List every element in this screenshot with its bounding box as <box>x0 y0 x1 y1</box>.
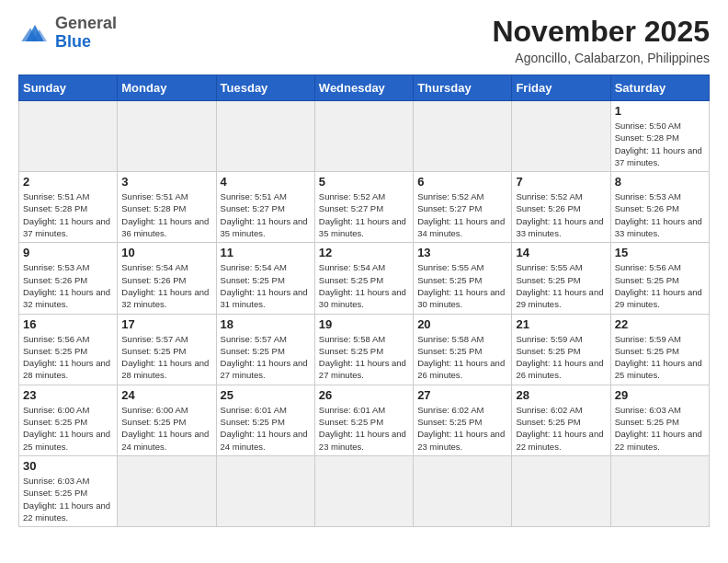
weekday-header: Thursday <box>414 75 512 101</box>
calendar-cell: 19Sunrise: 5:58 AM Sunset: 5:25 PM Dayli… <box>314 314 413 385</box>
cell-info: Sunrise: 5:57 AM Sunset: 5:25 PM Dayligh… <box>121 333 211 382</box>
cell-info: Sunrise: 5:56 AM Sunset: 5:25 PM Dayligh… <box>615 261 705 310</box>
day-number: 24 <box>121 388 211 402</box>
calendar-week-row: 30Sunrise: 6:03 AM Sunset: 5:25 PM Dayli… <box>19 455 710 526</box>
weekday-header: Wednesday <box>314 75 413 101</box>
calendar-cell: 8Sunrise: 5:53 AM Sunset: 5:26 PM Daylig… <box>610 172 709 243</box>
day-number: 12 <box>319 246 409 259</box>
cell-info: Sunrise: 5:51 AM Sunset: 5:27 PM Dayligh… <box>221 190 311 239</box>
weekday-header: Tuesday <box>216 75 314 101</box>
cell-info: Sunrise: 5:52 AM Sunset: 5:26 PM Dayligh… <box>516 190 606 239</box>
calendar-cell: 21Sunrise: 5:59 AM Sunset: 5:25 PM Dayli… <box>512 314 610 385</box>
calendar-cell <box>314 455 413 526</box>
cell-info: Sunrise: 5:58 AM Sunset: 5:25 PM Dayligh… <box>417 333 507 382</box>
day-number: 4 <box>221 175 311 189</box>
day-number: 3 <box>121 175 211 189</box>
calendar-cell: 13Sunrise: 5:55 AM Sunset: 5:25 PM Dayli… <box>414 243 512 314</box>
cell-info: Sunrise: 5:54 AM Sunset: 5:26 PM Dayligh… <box>121 261 211 310</box>
day-number: 1 <box>615 104 705 118</box>
day-number: 9 <box>23 246 113 259</box>
calendar-cell: 20Sunrise: 5:58 AM Sunset: 5:25 PM Dayli… <box>414 314 512 385</box>
day-number: 14 <box>516 246 606 259</box>
cell-info: Sunrise: 6:03 AM Sunset: 5:25 PM Dayligh… <box>615 404 705 453</box>
calendar-cell <box>314 101 413 172</box>
calendar-cell <box>610 455 709 526</box>
calendar-week-row: 2Sunrise: 5:51 AM Sunset: 5:28 PM Daylig… <box>19 172 710 243</box>
calendar-cell <box>512 101 610 172</box>
cell-info: Sunrise: 5:51 AM Sunset: 5:28 PM Dayligh… <box>121 190 211 239</box>
calendar-cell: 24Sunrise: 6:00 AM Sunset: 5:25 PM Dayli… <box>118 385 216 455</box>
calendar-cell: 12Sunrise: 5:54 AM Sunset: 5:25 PM Dayli… <box>314 243 413 314</box>
cell-info: Sunrise: 6:01 AM Sunset: 5:25 PM Dayligh… <box>319 404 409 453</box>
calendar-cell <box>414 455 512 526</box>
cell-info: Sunrise: 5:57 AM Sunset: 5:25 PM Dayligh… <box>221 333 311 382</box>
calendar-cell: 2Sunrise: 5:51 AM Sunset: 5:28 PM Daylig… <box>19 172 118 243</box>
month-title: November 2025 <box>492 15 710 49</box>
cell-info: Sunrise: 5:59 AM Sunset: 5:25 PM Dayligh… <box>615 333 705 382</box>
calendar-cell: 30Sunrise: 6:03 AM Sunset: 5:25 PM Dayli… <box>19 455 118 526</box>
day-number: 20 <box>417 317 507 331</box>
cell-info: Sunrise: 5:56 AM Sunset: 5:25 PM Dayligh… <box>23 333 113 382</box>
day-number: 10 <box>121 246 211 259</box>
calendar-cell: 1Sunrise: 5:50 AM Sunset: 5:28 PM Daylig… <box>610 101 709 172</box>
calendar-cell <box>216 101 314 172</box>
cell-info: Sunrise: 5:58 AM Sunset: 5:25 PM Dayligh… <box>319 333 409 382</box>
day-number: 25 <box>221 388 311 402</box>
calendar-cell: 27Sunrise: 6:02 AM Sunset: 5:25 PM Dayli… <box>414 385 512 455</box>
calendar-cell: 15Sunrise: 5:56 AM Sunset: 5:25 PM Dayli… <box>610 243 709 314</box>
calendar-cell: 6Sunrise: 5:52 AM Sunset: 5:27 PM Daylig… <box>414 172 512 243</box>
logo-icon <box>18 20 51 46</box>
calendar-cell <box>118 101 216 172</box>
cell-info: Sunrise: 6:00 AM Sunset: 5:25 PM Dayligh… <box>121 404 211 453</box>
calendar-cell: 28Sunrise: 6:02 AM Sunset: 5:25 PM Dayli… <box>512 385 610 455</box>
day-number: 18 <box>221 317 311 331</box>
header: General Blue November 2025 Agoncillo, Ca… <box>18 15 710 65</box>
day-number: 23 <box>23 388 113 402</box>
calendar-cell <box>512 455 610 526</box>
day-number: 27 <box>417 388 507 402</box>
calendar-cell: 14Sunrise: 5:55 AM Sunset: 5:25 PM Dayli… <box>512 243 610 314</box>
calendar-week-row: 9Sunrise: 5:53 AM Sunset: 5:26 PM Daylig… <box>19 243 710 314</box>
title-area: November 2025 Agoncillo, Calabarzon, Phi… <box>492 15 710 65</box>
day-number: 2 <box>23 175 113 189</box>
cell-info: Sunrise: 5:51 AM Sunset: 5:28 PM Dayligh… <box>23 190 113 239</box>
cell-info: Sunrise: 6:03 AM Sunset: 5:25 PM Dayligh… <box>23 475 113 523</box>
weekday-header: Friday <box>512 75 610 101</box>
page: General Blue November 2025 Agoncillo, Ca… <box>0 0 728 546</box>
day-number: 28 <box>516 388 606 402</box>
location: Agoncillo, Calabarzon, Philippines <box>492 51 710 65</box>
day-number: 26 <box>319 388 409 402</box>
day-number: 11 <box>221 246 311 259</box>
calendar-cell: 10Sunrise: 5:54 AM Sunset: 5:26 PM Dayli… <box>118 243 216 314</box>
cell-info: Sunrise: 6:02 AM Sunset: 5:25 PM Dayligh… <box>417 404 507 453</box>
calendar-cell: 11Sunrise: 5:54 AM Sunset: 5:25 PM Dayli… <box>216 243 314 314</box>
calendar-cell: 16Sunrise: 5:56 AM Sunset: 5:25 PM Dayli… <box>19 314 118 385</box>
calendar-cell <box>19 101 118 172</box>
logo: General Blue <box>18 15 117 52</box>
weekday-row: SundayMondayTuesdayWednesdayThursdayFrid… <box>19 75 710 101</box>
weekday-header: Sunday <box>19 75 118 101</box>
calendar-cell: 26Sunrise: 6:01 AM Sunset: 5:25 PM Dayli… <box>314 385 413 455</box>
cell-info: Sunrise: 5:54 AM Sunset: 5:25 PM Dayligh… <box>319 261 409 310</box>
day-number: 19 <box>319 317 409 331</box>
day-number: 8 <box>615 175 705 189</box>
calendar-header: SundayMondayTuesdayWednesdayThursdayFrid… <box>19 75 710 101</box>
calendar-cell <box>216 455 314 526</box>
weekday-header: Saturday <box>610 75 709 101</box>
calendar-body: 1Sunrise: 5:50 AM Sunset: 5:28 PM Daylig… <box>19 101 710 527</box>
calendar-cell: 18Sunrise: 5:57 AM Sunset: 5:25 PM Dayli… <box>216 314 314 385</box>
day-number: 16 <box>23 317 113 331</box>
calendar-cell: 7Sunrise: 5:52 AM Sunset: 5:26 PM Daylig… <box>512 172 610 243</box>
cell-info: Sunrise: 5:53 AM Sunset: 5:26 PM Dayligh… <box>615 190 705 239</box>
calendar-week-row: 1Sunrise: 5:50 AM Sunset: 5:28 PM Daylig… <box>19 101 710 172</box>
day-number: 30 <box>23 459 113 473</box>
cell-info: Sunrise: 5:54 AM Sunset: 5:25 PM Dayligh… <box>221 261 311 310</box>
cell-info: Sunrise: 5:52 AM Sunset: 5:27 PM Dayligh… <box>319 190 409 239</box>
cell-info: Sunrise: 6:02 AM Sunset: 5:25 PM Dayligh… <box>516 404 606 453</box>
calendar-cell: 5Sunrise: 5:52 AM Sunset: 5:27 PM Daylig… <box>314 172 413 243</box>
day-number: 6 <box>417 175 507 189</box>
logo-blue: Blue <box>55 33 117 52</box>
cell-info: Sunrise: 5:59 AM Sunset: 5:25 PM Dayligh… <box>516 333 606 382</box>
weekday-header: Monday <box>118 75 216 101</box>
day-number: 21 <box>516 317 606 331</box>
